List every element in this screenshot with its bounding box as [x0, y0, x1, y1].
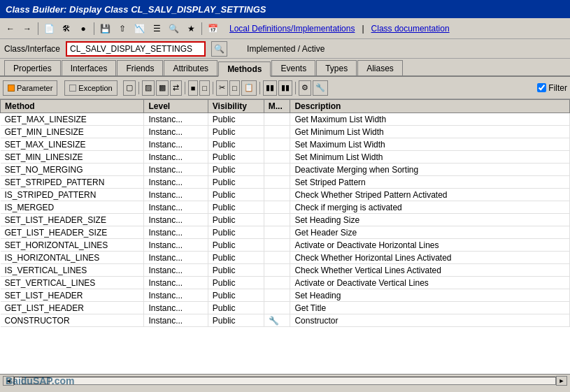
cell-m — [264, 214, 290, 226]
table-row[interactable]: SET_LIST_HEADER_SIZEInstanc...PublicSet … — [1, 214, 570, 226]
toolbar-btn-2[interactable]: 🛠 — [59, 21, 74, 36]
table-row[interactable]: IS_MERGEDInstanc...PublicCheck if mergin… — [1, 201, 570, 214]
cell-m — [264, 189, 290, 201]
tab-friends[interactable]: Friends — [117, 60, 163, 75]
cell-visibility: Public — [208, 189, 264, 201]
exception-button[interactable]: Exception — [64, 80, 117, 96]
table-row[interactable]: GET_MAX_LINESIZEInstanc...PublicGet Maxi… — [1, 113, 570, 126]
table-btn-13[interactable]: 🔧 — [313, 80, 328, 96]
table-btn-11[interactable]: ▮▮ — [278, 80, 292, 96]
toolbar-btn-4[interactable]: 💾 — [97, 21, 113, 36]
cell-visibility: Public — [208, 277, 264, 289]
cell-method: IS_MERGED — [1, 201, 144, 214]
cell-description: Check Whether Vertical Lines Activated — [290, 264, 570, 277]
toolbar-btn-8[interactable]: 🔍 — [166, 21, 182, 36]
table-btn-4[interactable]: ⇄ — [170, 80, 182, 96]
col-m: M... — [264, 100, 290, 113]
table-row[interactable]: SET_LIST_HEADERInstanc...PublicSet Headi… — [1, 289, 570, 302]
table-btn-6[interactable]: □ — [199, 80, 210, 96]
tab-methods[interactable]: Methods — [218, 61, 271, 77]
tab-types[interactable]: Types — [316, 60, 357, 75]
table-row[interactable]: SET_NO_MERGINGInstanc...PublicDeactivate… — [1, 164, 570, 176]
filter-label[interactable]: Filter — [548, 83, 567, 93]
forward-button[interactable]: → — [20, 21, 35, 36]
table-row[interactable]: SET_VERTICAL_LINESInstanc...PublicActiva… — [1, 277, 570, 289]
table-btn-7[interactable]: ✂ — [216, 80, 228, 96]
table-row[interactable]: SET_HORIZONTAL_LINESInstanc...PublicActi… — [1, 239, 570, 252]
tab-attributes[interactable]: Attributes — [164, 60, 218, 75]
filter-checkbox-input[interactable] — [537, 83, 546, 92]
toolbar-btn-10[interactable]: 📅 — [205, 21, 221, 36]
table-container: Method Level Visibility M... Description… — [0, 99, 570, 374]
horizontal-scrollbar[interactable] — [14, 377, 556, 385]
table-row[interactable]: SET_MIN_LINESIZEInstanc...PublicSet Mini… — [1, 151, 570, 164]
cell-visibility: Public — [208, 138, 264, 151]
cell-level: Instanc... — [144, 138, 208, 151]
main-toolbar: ← → 📄 🛠 ● 💾 ⇧ 📉 ☰ 🔍 ★ 📅 Local Definition… — [0, 18, 570, 39]
cell-level: Instanc... — [144, 214, 208, 226]
table-row[interactable]: IS_STRIPED_PATTERNInstanc...PublicCheck … — [1, 189, 570, 201]
table-row[interactable]: IS_HORIZONTAL_LINESInstanc...PublicCheck… — [1, 252, 570, 264]
table-row[interactable]: GET_LIST_HEADERInstanc...PublicGet Title — [1, 302, 570, 314]
cell-visibility: Public — [208, 252, 264, 264]
cell-level: Instanc... — [144, 289, 208, 302]
toolbar-sep-10 — [259, 82, 260, 94]
cell-visibility: Public — [208, 126, 264, 138]
toolbar-btn-3[interactable]: ● — [76, 21, 91, 36]
scroll-right-button[interactable]: ► — [556, 376, 567, 386]
cell-m — [264, 113, 290, 126]
cell-method: GET_LIST_HEADER — [1, 302, 144, 314]
cell-description: Check Whether Striped Pattern Activated — [290, 189, 570, 201]
toolbar-sep-7 — [138, 82, 139, 94]
tab-properties[interactable]: Properties — [4, 60, 61, 75]
table-btn-9[interactable]: 📋 — [241, 80, 257, 96]
col-description: Description — [290, 100, 570, 113]
table-row[interactable]: GET_MIN_LINESIZEInstanc...PublicGet Mini… — [1, 126, 570, 138]
cell-method: SET_MAX_LINESIZE — [1, 138, 144, 151]
toolbar-btn-6[interactable]: 📉 — [131, 21, 148, 36]
back-button[interactable]: ← — [3, 21, 18, 36]
cell-method: SET_STRIPED_PATTERN — [1, 176, 144, 189]
cell-m — [264, 277, 290, 289]
class-interface-bar: Class/Interface 🔍 Implemented / Active — [0, 39, 570, 59]
class-doc-link[interactable]: Class documentation — [371, 24, 450, 34]
tab-interfaces[interactable]: Interfaces — [62, 60, 117, 75]
cell-m — [264, 289, 290, 302]
toolbar-btn-5[interactable]: ⇧ — [115, 21, 130, 36]
table-btn-5[interactable]: ■ — [188, 80, 199, 96]
methods-table: Method Level Visibility M... Description… — [0, 99, 570, 327]
cell-method: IS_VERTICAL_LINES — [1, 264, 144, 277]
toolbar-btn-7[interactable]: ☰ — [149, 21, 164, 36]
cell-description: Check Whether Horizontal Lines Activated — [290, 252, 570, 264]
local-def-link[interactable]: Local Definitions/Implementations — [229, 24, 355, 34]
toolbar-btn-1[interactable]: 📄 — [41, 21, 57, 36]
cell-level: Instanc... — [144, 314, 208, 327]
cell-m — [264, 151, 290, 164]
table-btn-12[interactable]: ⚙ — [299, 80, 311, 96]
cell-description: Get Header Size — [290, 226, 570, 239]
toolbar-sep-1 — [38, 22, 38, 35]
class-search-button[interactable]: 🔍 — [211, 41, 227, 57]
class-interface-input[interactable] — [66, 41, 206, 57]
table-btn-1[interactable]: ▢ — [123, 80, 136, 96]
table-row[interactable]: SET_STRIPED_PATTERNInstanc...PublicSet S… — [1, 176, 570, 189]
cell-visibility: Public — [208, 289, 264, 302]
table-row[interactable]: CONSTRUCTORInstanc...Public🔧Constructor — [1, 314, 570, 327]
table-row[interactable]: GET_LIST_HEADER_SIZEInstanc...PublicGet … — [1, 226, 570, 239]
cell-description: Check if merging is activated — [290, 201, 570, 214]
table-btn-2[interactable]: ▨ — [142, 80, 155, 96]
table-row[interactable]: IS_VERTICAL_LINESInstanc...PublicCheck W… — [1, 264, 570, 277]
cell-m — [264, 201, 290, 214]
toolbar-btn-9[interactable]: ★ — [183, 21, 199, 36]
table-btn-3[interactable]: ▩ — [156, 80, 169, 96]
cell-level: Instanc... — [144, 113, 208, 126]
cell-m — [264, 164, 290, 176]
table-btn-10[interactable]: ▮▮ — [263, 80, 277, 96]
cell-visibility: Public — [208, 201, 264, 214]
tab-aliases[interactable]: Aliases — [357, 60, 403, 75]
parameter-button[interactable]: Parameter — [3, 80, 57, 96]
table-btn-8[interactable]: □ — [229, 80, 240, 96]
tab-events[interactable]: Events — [271, 60, 315, 75]
cell-level: Instanc... — [144, 126, 208, 138]
table-row[interactable]: SET_MAX_LINESIZEInstanc...PublicSet Maxi… — [1, 138, 570, 151]
